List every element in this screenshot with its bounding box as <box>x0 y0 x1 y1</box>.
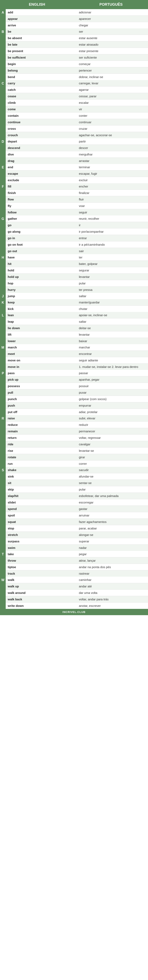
english-word: escape <box>6 170 77 177</box>
english-word: hold up <box>6 274 77 280</box>
section-D: Ddepartpartirdescenddescerdivemergulhard… <box>0 138 148 164</box>
portuguese-translation: adicionar <box>77 9 148 15</box>
english-word: stretch <box>6 531 77 538</box>
table-row: escapeescapar, fugir <box>6 170 148 177</box>
english-word: reduce <box>6 422 77 428</box>
portuguese-translation: golpear (com socos) <box>77 396 148 402</box>
english-word: end <box>6 164 77 170</box>
portuguese-translation: correr <box>77 460 148 467</box>
english-word: walk back <box>6 596 77 602</box>
table-row: throwatirar, lançar <box>6 557 148 564</box>
english-word: descend <box>6 145 77 151</box>
section-T: Ttakepegarthrowatirar, lançartiptoeandar… <box>0 551 148 577</box>
portuguese-translation: aparecer <box>77 16 148 22</box>
section-P: Ppasspassarpick upapanhar, pegarpossessp… <box>0 370 148 415</box>
table-row: dragarrastar <box>6 158 148 164</box>
portuguese-translation: dobrar, inclinar-se <box>77 74 148 80</box>
portuguese-translation: apoiar-se, inclinar-se <box>77 312 148 318</box>
table-row: divemergulhar <box>6 151 148 158</box>
portuguese-translation: finalizar <box>77 190 148 196</box>
portuguese-translation: entrar <box>77 235 148 241</box>
english-word: raise <box>6 415 77 422</box>
english-word: flow <box>6 196 77 202</box>
portuguese-translation: ir a pé/caminhando <box>77 242 148 248</box>
table-row: go on footir a pé/caminhando <box>6 242 148 248</box>
portuguese-translation: arrastar <box>77 158 148 164</box>
table-row: belongpertencer <box>6 67 148 74</box>
portuguese-translation: baixar <box>77 338 148 344</box>
section-A: Aaddadicionarappearaparecerarrivechegar <box>0 9 148 29</box>
portuguese-translation: voltar, regressar <box>77 434 148 441</box>
portuguese-translation: arruinar <box>77 512 148 519</box>
table-row: runcorrer <box>6 460 148 467</box>
portuguese-translation: levantar-se <box>77 447 148 454</box>
english-word: lower <box>6 338 77 344</box>
table-row: crosscruzar <box>6 126 148 132</box>
section-W: Wwalkcaminharwalk upandar atéwalk around… <box>0 577 148 609</box>
english-word: squat <box>6 519 77 525</box>
english-word: track <box>6 570 77 577</box>
english-word: walk around <box>6 590 77 596</box>
table-row: be absentestar ausente <box>6 35 148 41</box>
section-H: Hhaveterhitbater, golpearholdsegurarhold… <box>0 254 148 293</box>
portuguese-translation: pegar <box>77 551 148 557</box>
rows-W: walkcaminharwalk upandar atéwalk aroundd… <box>6 577 148 609</box>
rows-G: gatherreunir, recolhergoirgo alongir por… <box>6 215 148 254</box>
english-word: have <box>6 254 77 261</box>
table-row: raisesubir, elevar <box>6 415 148 422</box>
table-row: appearaparecer <box>6 16 148 22</box>
english-word: climb <box>6 100 77 106</box>
table-row: rotategirar <box>6 454 148 460</box>
english-word: cross <box>6 126 77 132</box>
english-word: contain <box>6 113 77 119</box>
table-row: ceasecessar, parar <box>6 93 148 100</box>
portuguese-translation: ir <box>77 222 148 228</box>
portuguese-translation: chutar <box>77 305 148 312</box>
table-row: be sufficientser suficiente <box>6 54 148 61</box>
letter-label-M: M <box>0 344 6 370</box>
english-word: hurry <box>6 286 77 293</box>
table-row: hold uplevantar <box>6 274 148 280</box>
english-word: move on <box>6 357 77 363</box>
english-word: be late <box>6 41 77 48</box>
english-word: march <box>6 344 77 350</box>
table-row: swimnadar <box>6 545 148 551</box>
table-row: leapsaltar <box>6 318 148 325</box>
english-word: lean <box>6 312 77 318</box>
table-row: pullpuxar <box>6 389 148 396</box>
content: AaddadicionarappearaparecerarrivechegarB… <box>0 9 148 609</box>
portuguese-translation: agachar-se, acocorar-se <box>77 132 148 138</box>
portuguese-translation: andar até <box>77 583 148 589</box>
english-word: surpass <box>6 538 77 544</box>
english-word: jump <box>6 293 77 299</box>
table-row: walk arounddar uma volta <box>6 590 148 596</box>
english-word: sink <box>6 473 77 480</box>
table-row: squatfazer agachamentos <box>6 519 148 525</box>
portuguese-translation: passar <box>77 370 148 376</box>
table-row: stopparar, acabar <box>6 525 148 531</box>
section-E: Eendterminarescapeescapar, fugirexcludee… <box>0 164 148 183</box>
portuguese-translation: alongar-se <box>77 531 148 538</box>
table-row: flowfluir <box>6 196 148 203</box>
portuguese-translation: marchar <box>77 344 148 350</box>
table-row: arrivechegar <box>6 22 148 29</box>
table-row: comevir <box>6 106 148 113</box>
letter-label-J: J <box>0 293 6 299</box>
rows-P: passpassarpick upapanhar, pegarpossesspo… <box>6 370 148 415</box>
table-row: departpartir <box>6 138 148 145</box>
table-row: surpasssuperar <box>6 538 148 545</box>
english-word: shake <box>6 467 77 473</box>
table-row: marchmarchar <box>6 344 148 351</box>
letter-label-K: K <box>0 299 6 312</box>
table-row: descenddescer <box>6 145 148 151</box>
section-S: Sshakesacudirsinkafundar-sesitsentar-ses… <box>0 467 148 551</box>
table-row: beser <box>6 29 148 35</box>
letter-label-H: H <box>0 254 6 293</box>
english-word: meet <box>6 351 77 357</box>
english-word: push <box>6 402 77 409</box>
portuguese-translation: segurar <box>77 267 148 274</box>
english-word: slap/hit <box>6 493 77 499</box>
english-word: gather <box>6 215 77 222</box>
table-row: sitsentar-se <box>6 480 148 486</box>
portuguese-translation: fluir <box>77 196 148 202</box>
